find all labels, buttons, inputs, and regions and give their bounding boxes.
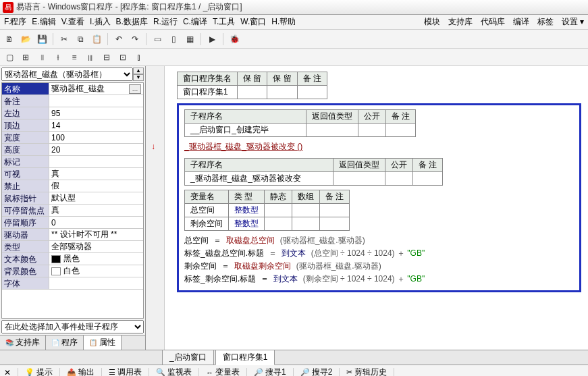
menu-insert[interactable]: I.插入: [90, 16, 111, 28]
run-icon[interactable]: ▶: [205, 32, 219, 46]
menu-help[interactable]: H.帮助: [271, 16, 296, 28]
editor-gutter: ↓: [146, 66, 165, 350]
undo-icon[interactable]: ↶: [112, 32, 126, 46]
menu-view[interactable]: V.查看: [61, 16, 84, 28]
menu-database[interactable]: B.数据库: [116, 16, 148, 28]
status-变量表[interactable]: ↔ 变量表: [206, 367, 240, 376]
prop-more-button[interactable]: …: [129, 84, 141, 94]
left-tab-程序[interactable]: 📄程序: [46, 335, 84, 350]
debug-icon[interactable]: 🐞: [228, 32, 241, 46]
status-监视表[interactable]: 🔍 监视表: [156, 367, 192, 376]
prop-row-左边[interactable]: 左边95: [2, 107, 143, 119]
event-select[interactable]: 在此处选择加入事件处理子程序: [1, 320, 144, 333]
copy-icon[interactable]: ⧉: [74, 32, 87, 46]
combo-up-icon[interactable]: ▲: [133, 68, 144, 74]
status-搜寻1[interactable]: 🔎 搜寻1: [254, 367, 286, 376]
prop-row-驱动器[interactable]: 驱动器** 设计时不可用 **: [2, 229, 143, 241]
editor-tab-_启动窗口[interactable]: _启动窗口: [162, 350, 214, 365]
variables-table: 变量名类 型静态数组备 注 总空间整数型剩余空间整数型: [184, 190, 350, 231]
align4-icon[interactable]: ⫲: [51, 51, 65, 64]
prop-row-名称[interactable]: 名称驱动器框_磁盘…: [2, 83, 143, 95]
left-tab-属性[interactable]: 📋属性: [84, 335, 122, 350]
app-icon: 易: [3, 2, 14, 13]
menu-program[interactable]: F.程序: [4, 16, 26, 28]
combo-down-icon[interactable]: ▼: [133, 74, 144, 81]
save-icon[interactable]: 💾: [35, 32, 49, 46]
menu-window[interactable]: W.窗口: [240, 16, 266, 28]
status-输出[interactable]: 📤 输出: [67, 367, 95, 376]
left-panel-tabs: 📚支持库📄程序📋属性: [0, 335, 145, 350]
prop-row-可停留焦点[interactable]: 可停留焦点真: [2, 205, 143, 217]
paste-icon[interactable]: 📋: [90, 32, 103, 46]
align9-icon[interactable]: ⫿: [132, 51, 146, 64]
code-block: 子程序名返回值类型公开备 注 __启动窗口_创建完毕 _驱动器框_磁盘_驱动器被…: [177, 103, 581, 292]
status-close-icon[interactable]: ✕: [4, 368, 11, 377]
menubar: F.程序 E.编辑 V.查看 I.插入 B.数据库 R.运行 C.编译 T.工具…: [0, 15, 588, 30]
left-tab-支持库[interactable]: 📚支持库: [0, 335, 46, 350]
menu-compile2[interactable]: 编译: [513, 16, 529, 28]
align1-icon[interactable]: ▢: [3, 51, 16, 64]
window-titlebar: 易 易语言 - Windows窗口程序 - [程序集: 窗口程序集1 / _启动…: [0, 0, 588, 15]
align7-icon[interactable]: ⊟: [100, 51, 113, 64]
align2-icon[interactable]: ⊞: [19, 51, 32, 64]
current-line-arrow-icon: ↓: [151, 142, 155, 151]
prop-row-顶边[interactable]: 顶边14: [2, 119, 143, 132]
prop-row-宽度[interactable]: 宽度100: [2, 132, 143, 144]
prop-row-类型[interactable]: 类型全部驱动器: [2, 241, 143, 253]
prop-row-  停留顺序[interactable]: 停留顺序0: [2, 217, 143, 229]
menu-code-lib[interactable]: 代码库: [481, 16, 505, 28]
window2-icon[interactable]: ▯: [167, 32, 180, 46]
menu-module[interactable]: 模块: [424, 16, 440, 28]
status-剪辑历史[interactable]: ✂ 剪辑历史: [346, 367, 387, 376]
align3-icon[interactable]: ⫴: [35, 51, 49, 64]
toolbar-align: ▢ ⊞ ⫴ ⫲ ≡ ⫼ ⊟ ⊡ ⫿: [0, 49, 588, 66]
statusbar: ✕ 💡 提示📤 输出☰ 调用表🔍 监视表↔ 变量表🔎 搜寻1🔎 搜寻2✂ 剪辑历…: [0, 365, 588, 376]
code-line-2[interactable]: 标签_磁盘总空间.标题 ＝ 到文本 (总空间 ÷ 1024 ÷ 1024) ＋ …: [184, 248, 574, 259]
status-提示[interactable]: 💡 提示: [25, 367, 53, 376]
code-line-1[interactable]: 总空间 ＝ 取磁盘总空间 (驱动器框_磁盘.驱动器): [184, 235, 574, 246]
prop-row-可视[interactable]: 可视真: [2, 168, 143, 180]
editor-tab-窗口程序集1[interactable]: 窗口程序集1: [215, 350, 275, 365]
prop-row-标记[interactable]: 标记: [2, 156, 143, 168]
menu-edit[interactable]: E.编辑: [32, 16, 55, 28]
new-icon[interactable]: 🗎: [3, 32, 16, 46]
prop-row-字体[interactable]: 字体: [2, 277, 143, 290]
prop-row-背景颜色[interactable]: 背景颜色白色: [2, 265, 143, 277]
program-set-table: 窗口程序集名保 留保 留备 注 窗口程序集1: [177, 72, 327, 99]
menu-tags[interactable]: 标签: [537, 16, 554, 28]
window1-icon[interactable]: ▭: [151, 32, 164, 46]
align5-icon[interactable]: ≡: [68, 51, 81, 64]
align6-icon[interactable]: ⫼: [84, 51, 97, 64]
subroutine1-table: 子程序名返回值类型公开备 注 __启动窗口_创建完毕: [184, 109, 416, 137]
subroutine2-table: 子程序名返回值类型公开备 注 _驱动器框_磁盘_驱动器被改变: [184, 158, 443, 186]
cut-icon[interactable]: ✂: [57, 32, 71, 46]
property-panel: 驱动器框_磁盘（驱动器框） ▲ ▼ 名称驱动器框_磁盘…备注左边95顶边14宽度…: [0, 66, 146, 350]
prop-row-禁止[interactable]: 禁止假: [2, 180, 143, 192]
menu-compile[interactable]: C.编译: [183, 16, 207, 28]
prop-row-备注[interactable]: 备注: [2, 95, 143, 107]
code-line-3[interactable]: 剩余空间 ＝ 取磁盘剩余空间 (驱动器框_磁盘.驱动器): [184, 261, 574, 272]
menu-run[interactable]: R.运行: [153, 16, 178, 28]
prop-row-高度[interactable]: 高度20: [2, 144, 143, 156]
code-line-4[interactable]: 标签_剩余空间.标题 ＝ 到文本 (剩余空间 ÷ 1024 ÷ 1024) ＋ …: [184, 273, 574, 285]
code-editor[interactable]: ↓ 窗口程序集名保 留保 留备 注 窗口程序集1 子程序名返回值类型公开备 注 …: [146, 66, 588, 350]
window-title: 易语言 - Windows窗口程序 - [程序集: 窗口程序集1 / _启动窗口…: [16, 1, 242, 13]
menu-tools[interactable]: T.工具: [213, 16, 235, 28]
prop-row-鼠标指针[interactable]: 鼠标指针默认型: [2, 192, 143, 205]
open-icon[interactable]: 📂: [19, 32, 32, 46]
property-grid[interactable]: 名称驱动器框_磁盘…备注左边95顶边14宽度100高度20标记可视真禁止假鼠标指…: [1, 82, 144, 319]
redo-icon[interactable]: ↷: [128, 32, 142, 46]
toolbar-main: 🗎 📂 💾 ✂ ⧉ 📋 ↶ ↷ ▭ ▯ ▦ ▶ 🐞: [0, 30, 588, 49]
window3-icon[interactable]: ▦: [183, 32, 196, 46]
prop-row-文本颜色[interactable]: 文本颜色黑色: [2, 253, 143, 265]
menu-settings[interactable]: 设置 ▾: [562, 16, 584, 28]
status-调用表[interactable]: ☰ 调用表: [109, 367, 142, 376]
align8-icon[interactable]: ⊡: [116, 51, 130, 64]
editor-tabs: _启动窗口窗口程序集1: [0, 350, 588, 365]
menu-support-lib[interactable]: 支持库: [448, 16, 473, 28]
component-select[interactable]: 驱动器框_磁盘（驱动器框）: [1, 68, 133, 81]
status-搜寻2[interactable]: 🔎 搜寻2: [300, 367, 333, 376]
